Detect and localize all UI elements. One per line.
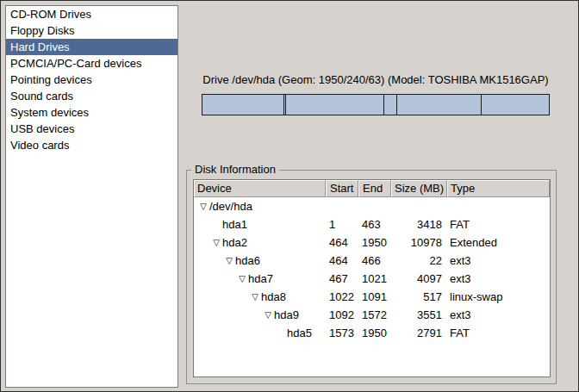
type-cell: FAT [447,215,550,233]
end-cell: 1021 [358,270,391,288]
type-cell: ext3 [447,252,550,270]
partition-segment-hda1 [202,95,284,115]
size-cell: 3551 [391,306,447,324]
expander-icon[interactable]: ▽ [223,252,235,270]
expander-icon[interactable]: ▽ [262,306,274,324]
size-cell: 2791 [391,324,447,342]
size-cell [391,197,447,215]
type-cell: ext3 [447,306,550,324]
expander-icon[interactable]: ▽ [210,233,222,252]
size-cell: 517 [391,288,447,306]
end-cell: 1950 [358,233,391,252]
device-category-list: CD-ROM DrivesFloppy DisksHard DrivesPCMC… [5,5,178,388]
device-label: hda7 [248,272,273,285]
disk-information-frame: Disk Information DeviceStartEndSize (MB)… [186,170,557,384]
start-cell: 1092 [326,306,358,324]
partition-segment-hda7 [286,95,384,115]
type-cell: FAT [447,324,550,342]
sidebar-item-cd-rom-drives[interactable]: CD-ROM Drives [6,6,177,22]
start-cell: 464 [326,233,358,252]
partition-segment-hda8 [384,95,396,115]
type-cell: ext3 [447,270,550,288]
device-label: hda1 [222,218,247,231]
end-cell: 1091 [358,288,391,306]
table-row-hda2[interactable]: ▽hda2464195010978Extended [194,233,550,252]
sidebar-item-pcmcia-pc-card-devices[interactable]: PCMCIA/PC-Card devices [6,55,177,72]
expander-icon[interactable]: ▽ [197,197,209,215]
column-header-type[interactable]: Type [447,180,550,197]
end-cell: 466 [358,252,391,270]
drive-title: Drive /dev/hda (Geom: 1950/240/63) (Mode… [186,73,565,86]
device-label: hda5 [287,327,312,339]
expander-icon[interactable]: ▽ [236,270,248,288]
end-cell [358,197,391,215]
type-cell: Extended [447,233,550,252]
expander-icon[interactable]: ▽ [249,288,261,306]
size-cell: 10978 [391,233,447,252]
table-row-hda1[interactable]: hda114633418FAT [194,215,550,233]
table-row-hda6[interactable]: ▽hda646446622ext3 [194,252,550,270]
partition-table-header: DeviceStartEndSize (MB)Type [194,180,550,197]
table-row-hda8[interactable]: ▽hda810221091517linux-swap [194,288,550,306]
hardware-browser-window: CD-ROM DrivesFloppy DisksHard DrivesPCMC… [0,0,579,392]
start-cell: 1573 [326,324,358,342]
device-label: hda9 [274,308,299,321]
size-cell: 3418 [391,215,447,233]
sidebar-item-video-cards[interactable]: Video cards [6,137,177,153]
table-row-dev-hda[interactable]: ▽/dev/hda [194,197,550,215]
size-cell: 4097 [391,270,447,288]
device-label: hda8 [261,290,286,303]
table-row-hda7[interactable]: ▽hda746710214097ext3 [194,270,550,288]
sidebar-item-sound-cards[interactable]: Sound cards [6,88,177,104]
size-cell: 22 [391,252,447,270]
column-header-start[interactable]: Start [326,180,358,197]
device-label: /dev/hda [209,200,252,213]
table-row-hda9[interactable]: ▽hda9109215723551ext3 [194,306,550,324]
end-cell: 1572 [358,306,391,324]
column-header-size-mb[interactable]: Size (MB) [391,180,447,197]
partition-bar [202,94,550,115]
column-header-end[interactable]: End [358,180,391,197]
sidebar-item-usb-devices[interactable]: USB devices [6,121,177,137]
column-header-device[interactable]: Device [194,180,326,197]
device-label: hda6 [235,254,260,267]
type-cell: linux-swap [447,288,550,306]
device-label: hda2 [222,236,247,249]
end-cell: 463 [358,215,391,233]
start-cell: 464 [326,252,358,270]
start-cell: 467 [326,270,358,288]
sidebar-item-pointing-devices[interactable]: Pointing devices [6,72,177,88]
type-cell [447,197,550,215]
partition-segment-hda5 [482,95,549,115]
sidebar-item-system-devices[interactable]: System devices [6,104,177,121]
sidebar-item-hard-drives[interactable]: Hard Drives [6,39,177,55]
disk-information-frame-label: Disk Information [191,163,279,176]
end-cell: 1950 [358,324,391,342]
partition-segment-hda9 [397,95,482,115]
partition-table-body: ▽/dev/hdahda114633418FAT▽hda246419501097… [194,197,550,342]
start-cell: 1022 [326,288,358,306]
partition-table: DeviceStartEndSize (MB)Type ▽/dev/hdahda… [193,179,551,377]
start-cell [326,197,358,215]
start-cell: 1 [326,215,358,233]
table-row-hda5[interactable]: hda5157319502791FAT [194,324,550,342]
sidebar-item-floppy-disks[interactable]: Floppy Disks [6,22,177,39]
